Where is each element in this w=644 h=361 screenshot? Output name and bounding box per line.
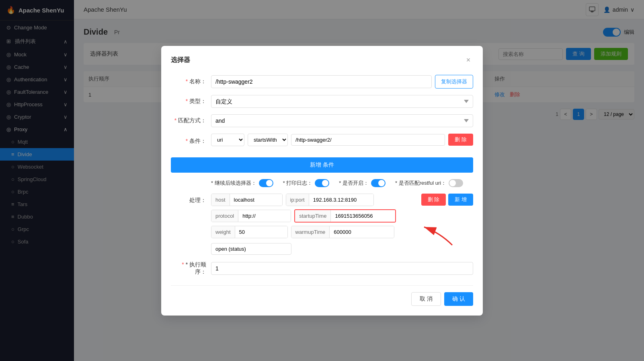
condition-value-input[interactable]	[291, 134, 445, 146]
weight-input[interactable]	[235, 226, 287, 238]
handler-label: 处理：	[171, 194, 211, 204]
order-label: * 执行顺序：	[171, 261, 211, 276]
toggle-options: * 继续后续选择器： * 打印日志： * 是否开启： * 是否匹配restful…	[211, 179, 463, 187]
condition-field-select[interactable]: uri header	[211, 134, 244, 146]
handler-delete-button[interactable]: 删 除	[421, 194, 446, 206]
type-label: 类型：	[171, 98, 211, 105]
condition-label: 条件：	[171, 138, 211, 145]
startup-field: startupTime	[294, 209, 396, 223]
condition-op-select[interactable]: startsWith endsWith contains	[248, 134, 288, 146]
ip-field: ip:port	[286, 194, 374, 206]
host-field: host	[211, 194, 283, 206]
toggle-row: * 继续后续选择器： * 打印日志： * 是否开启： * 是否匹配restful…	[171, 179, 473, 187]
match-field-row: 匹配方式： and or	[171, 114, 473, 127]
condition-field-row: 条件： uri header startsWith endsWith conta…	[171, 134, 473, 149]
name-field-row: 名称： 复制选择器	[171, 75, 473, 89]
host-input[interactable]	[230, 194, 282, 206]
copy-selector-button[interactable]: 复制选择器	[435, 75, 473, 89]
startup-name: startupTime	[295, 210, 331, 222]
add-condition-button[interactable]: 新增 条件	[171, 157, 473, 173]
modal-footer: 取 消 确 认	[171, 285, 473, 306]
name-label: 名称：	[171, 78, 211, 85]
handler-row-1: 处理： host ip:port 删 除 新 增	[171, 194, 473, 255]
handler-add-button[interactable]: 新 增	[448, 194, 473, 206]
restful-label: * 是否匹配restful uri：	[395, 179, 446, 187]
cancel-button[interactable]: 取 消	[411, 292, 441, 306]
modal-overlay[interactable]: 选择器 × 名称： 复制选择器 类型： 自定义 匹配方式： and or 条件：	[0, 0, 644, 361]
restful-item: * 是否匹配restful uri：	[395, 179, 463, 187]
print-log-item: * 打印日志：	[283, 179, 330, 187]
protocol-field: protocol	[211, 210, 291, 222]
continue-selector-item: * 继续后续选择器：	[211, 179, 273, 187]
print-log-label: * 打印日志：	[283, 179, 313, 187]
modal-header: 选择器 ×	[171, 56, 473, 65]
match-select[interactable]: and or	[211, 114, 473, 127]
warmup-name: warmupTime	[291, 226, 330, 238]
continue-selector-toggle[interactable]	[259, 179, 273, 187]
order-input[interactable]	[211, 262, 473, 275]
modal-close-button[interactable]: ×	[464, 56, 473, 65]
enable-label: * 是否开启：	[339, 179, 369, 187]
enable-toggle[interactable]	[371, 179, 386, 187]
condition-row: uri header startsWith endsWith contains …	[211, 134, 473, 146]
weight-name: weight	[211, 226, 235, 238]
host-name: host	[211, 194, 230, 206]
handler-btn-group: 删 除 新 增	[421, 194, 473, 206]
modal-title: 选择器	[171, 56, 190, 64]
enable-item: * 是否开启：	[339, 179, 386, 187]
warmup-field: warmupTime	[291, 226, 395, 238]
order-field-row: * 执行顺序：	[171, 261, 473, 276]
ip-input[interactable]	[309, 194, 373, 206]
name-input[interactable]	[211, 75, 432, 88]
weight-field: weight	[211, 226, 288, 238]
status-select[interactable]: open (status) close (status)	[211, 243, 291, 255]
protocol-name: protocol	[211, 210, 238, 222]
restful-toggle[interactable]	[449, 179, 463, 187]
selector-modal: 选择器 × 名称： 复制选择器 类型： 自定义 匹配方式： and or 条件：	[161, 46, 483, 316]
match-label: 匹配方式：	[171, 117, 211, 124]
delete-condition-button[interactable]: 删 除	[448, 134, 473, 146]
type-field-row: 类型： 自定义	[171, 95, 473, 108]
continue-selector-label: * 继续后续选择器：	[211, 179, 256, 187]
warmup-input[interactable]	[330, 226, 394, 238]
startup-input[interactable]	[331, 210, 395, 222]
confirm-button[interactable]: 确 认	[444, 292, 473, 306]
protocol-input[interactable]	[238, 210, 291, 222]
print-log-toggle[interactable]	[315, 179, 329, 187]
ip-name: ip:port	[286, 194, 309, 206]
type-select[interactable]: 自定义	[211, 95, 473, 108]
